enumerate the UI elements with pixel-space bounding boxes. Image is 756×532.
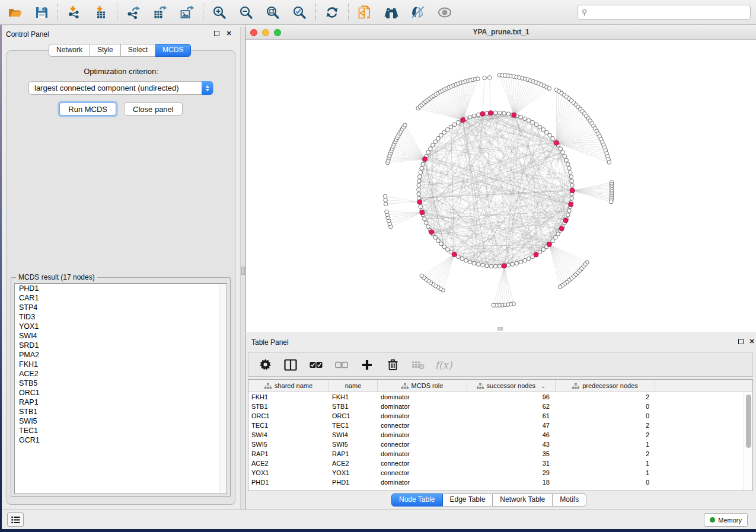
table-row[interactable]: ORC1ORC1dominator610 xyxy=(248,411,752,421)
close-panel-icon[interactable]: ✕ xyxy=(225,30,232,37)
search-input[interactable]: ⚲ xyxy=(577,5,751,20)
table-row[interactable]: TEC1TEC1connector472 xyxy=(248,421,752,430)
network-title: YPA_prune.txt_1 xyxy=(246,25,756,39)
table-cell: connector xyxy=(378,421,467,430)
tab-node-table[interactable]: Node Table xyxy=(391,493,443,507)
tab-network[interactable]: Network xyxy=(49,44,90,57)
show-panels-button[interactable] xyxy=(7,512,24,527)
table-cell: PHD1 xyxy=(329,477,378,487)
mcds-result-item[interactable]: ORC1 xyxy=(15,388,227,398)
tab-mcds[interactable]: MCDS xyxy=(155,44,191,57)
graphics-details-icon[interactable] xyxy=(410,5,426,20)
mcds-result-item[interactable]: SWI5 xyxy=(15,416,227,426)
delete-column-icon[interactable] xyxy=(386,358,399,371)
table-row[interactable]: PHD1PHD1dominator180 xyxy=(248,477,752,487)
tab-network-table[interactable]: Network Table xyxy=(493,493,553,507)
split-columns-icon[interactable] xyxy=(284,358,297,371)
close-panel-button[interactable]: Close panel xyxy=(124,102,183,116)
window-close-icon[interactable] xyxy=(250,29,257,36)
mcds-result-item[interactable]: ACE2 xyxy=(15,369,227,379)
table-float-icon[interactable] xyxy=(737,338,744,345)
mcds-result-item[interactable]: SWI4 xyxy=(15,331,227,341)
table-cell: 18 xyxy=(467,477,556,487)
export-network-icon[interactable] xyxy=(126,5,141,20)
select-all-checkboxes-icon[interactable] xyxy=(310,358,323,371)
column-label: successor nodes xyxy=(487,382,536,389)
binoculars-icon[interactable] xyxy=(384,5,399,20)
mcds-result-item[interactable]: PMA2 xyxy=(15,350,227,360)
delete-table-icon[interactable] xyxy=(412,358,425,371)
zoom-fit-icon[interactable] xyxy=(265,5,280,20)
tab-edge-table[interactable]: Edge Table xyxy=(443,493,493,507)
column-label: shared name xyxy=(275,382,312,389)
mcds-result-item[interactable]: YOX1 xyxy=(15,322,227,331)
table-close-icon[interactable]: ✕ xyxy=(748,338,755,345)
table-cell: 2 xyxy=(556,430,655,440)
birds-eye-view-icon[interactable] xyxy=(437,5,452,20)
mcds-list-scrollbar[interactable] xyxy=(219,284,226,493)
column-header-predecessor-nodes[interactable]: predecessor nodes xyxy=(556,380,655,392)
tab-select[interactable]: Select xyxy=(121,44,155,57)
mcds-result-item[interactable]: SRD1 xyxy=(15,341,227,350)
table-row[interactable]: SWI4SWI4dominator462 xyxy=(248,430,752,440)
window-maximize-icon[interactable] xyxy=(274,29,281,36)
mcds-result-item[interactable]: PHD1 xyxy=(15,284,227,293)
float-panel-icon[interactable] xyxy=(213,30,220,37)
export-table-icon[interactable] xyxy=(152,5,168,20)
network-titlebar: YPA_prune.txt_1 xyxy=(246,25,756,40)
table-cell: connector xyxy=(378,440,467,449)
table-scrollbar[interactable] xyxy=(744,392,752,491)
criterion-select[interactable]: largest connected component (undirected) xyxy=(28,81,213,95)
open-session-icon[interactable] xyxy=(7,5,23,20)
column-header-successor-nodes[interactable]: successor nodes⌄ xyxy=(467,380,556,392)
table-scrollbar-thumb[interactable] xyxy=(746,395,751,448)
export-network-to-web-icon[interactable] xyxy=(357,5,372,20)
zoom-in-icon[interactable] xyxy=(212,5,227,20)
splitter-grip[interactable] xyxy=(241,267,245,275)
deselect-all-checkboxes-icon[interactable] xyxy=(335,358,348,371)
table-cell: 2 xyxy=(556,392,655,402)
table-row[interactable]: ACE2ACE2connector311 xyxy=(248,459,752,468)
mcds-result-item[interactable]: STB5 xyxy=(15,379,227,388)
main-toolbar: ⚲ xyxy=(0,0,756,25)
table-row[interactable]: YOX1YOX1connector291 xyxy=(248,468,752,477)
column-header-name[interactable]: name xyxy=(329,380,378,392)
column-header-shared-name[interactable]: shared name xyxy=(248,380,329,392)
table-row[interactable]: SWI5SWI5connector431 xyxy=(248,440,752,449)
zoom-out-icon[interactable] xyxy=(238,5,254,20)
mcds-result-item[interactable]: RAP1 xyxy=(15,398,227,407)
mcds-result-item[interactable]: CAR1 xyxy=(15,293,227,303)
tab-motifs[interactable]: Motifs xyxy=(553,493,586,507)
function-builder-icon[interactable]: f(x) xyxy=(437,358,450,371)
mcds-result-item[interactable]: GCR1 xyxy=(15,435,227,445)
memory-button[interactable]: Memory xyxy=(704,513,748,527)
tab-style[interactable]: Style xyxy=(90,44,121,57)
mcds-result-item[interactable]: STP4 xyxy=(15,303,227,312)
table-cell: 35 xyxy=(467,449,556,459)
refresh-icon[interactable] xyxy=(324,5,340,20)
table-row[interactable]: STB1STB1dominator620 xyxy=(248,402,752,411)
import-table-icon[interactable] xyxy=(93,5,109,20)
network-canvas[interactable] xyxy=(246,40,756,332)
import-network-icon[interactable] xyxy=(66,5,82,20)
table-panel-header: Table Panel ✕ xyxy=(246,334,756,351)
table-row[interactable]: FKH1FKH1dominator962 xyxy=(248,392,752,402)
table-cell: 96 xyxy=(467,392,556,402)
mcds-result-item[interactable]: TID3 xyxy=(15,312,227,322)
table-panel: Table Panel ✕ xyxy=(245,334,756,509)
mcds-result-item[interactable]: STB1 xyxy=(15,407,227,416)
export-image-icon[interactable] xyxy=(179,5,194,20)
mcds-result-item[interactable]: FKH1 xyxy=(15,360,227,369)
mcds-result-item[interactable]: TEC1 xyxy=(15,426,227,435)
add-column-icon[interactable] xyxy=(361,358,374,371)
canvas-splitter-grip[interactable] xyxy=(497,327,503,331)
run-mcds-button[interactable]: Run MCDS xyxy=(59,102,116,116)
column-header-MCDS-role[interactable]: MCDS role xyxy=(378,380,467,392)
zoom-selected-icon[interactable] xyxy=(292,5,307,20)
table-panel-tabs: Node TableEdge TableNetwork TableMotifs xyxy=(391,493,586,507)
table-row[interactable]: RAP1RAP1dominator352 xyxy=(248,449,752,459)
window-minimize-icon[interactable] xyxy=(262,29,269,36)
panel-splitter[interactable] xyxy=(240,27,245,509)
settings-gear-icon[interactable] xyxy=(259,358,272,371)
save-session-icon[interactable] xyxy=(34,5,49,20)
